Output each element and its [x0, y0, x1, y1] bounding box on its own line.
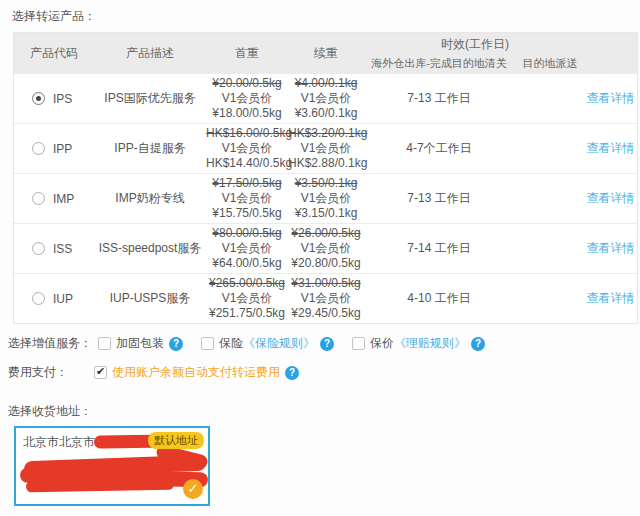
- help-icon[interactable]: ?: [169, 337, 183, 351]
- view-details-link[interactable]: 查看详情: [586, 290, 635, 307]
- delivery-time: 7-13 工作日: [364, 190, 514, 207]
- cont-weight-original-price: HK$3.20/0.1kg: [288, 126, 364, 141]
- select-product-label: 选择转运产品：: [12, 8, 640, 25]
- value-added-services-row: 选择增值服务： 加固包装 ? 保险 《保险规则》 ? 保价 《理赔规则》 ?: [8, 335, 640, 352]
- delivery-time: 7-13 工作日: [364, 90, 514, 107]
- select-services-label: 选择增值服务：: [8, 335, 92, 352]
- delivery-time: 4-7个工作日: [364, 140, 514, 157]
- auto-pay-text: 使用账户余额自动支付转运费用: [112, 364, 280, 381]
- view-details-link[interactable]: 查看详情: [586, 90, 635, 107]
- product-radio[interactable]: [32, 292, 45, 305]
- product-code: IPP: [53, 142, 72, 156]
- payment-row: 费用支付： 使用账户余额自动支付转运费用 ?: [8, 364, 640, 381]
- product-code: IMP: [53, 192, 74, 206]
- default-address-badge: 默认地址: [148, 432, 204, 449]
- help-icon[interactable]: ?: [471, 337, 485, 351]
- view-details-link[interactable]: 查看详情: [586, 140, 635, 157]
- cont-weight-member-price: ¥3.60/0.1kg: [288, 106, 364, 121]
- header-destination-delivery: 目的地派送: [514, 56, 586, 71]
- member-price-label: V1会员价: [288, 291, 364, 306]
- cont-weight-member-price: ¥3.15/0.1kg: [288, 206, 364, 221]
- header-product-description: 产品描述: [94, 45, 206, 62]
- first-weight-original-price: HK$16.00/0.5kg: [206, 126, 288, 141]
- first-weight-member-price: ¥15.75/0.5kg: [206, 206, 288, 221]
- member-price-label: V1会员价: [288, 91, 364, 106]
- product-row: ISS ISS-speedpost服务 ¥80.00/0.5kg V1会员价 ¥…: [14, 223, 637, 273]
- cont-weight-original-price: ¥26.00/0.5kg: [288, 226, 364, 241]
- product-code: IUP: [53, 292, 73, 306]
- view-details-link[interactable]: 查看详情: [586, 190, 635, 207]
- member-price-label: V1会员价: [206, 91, 288, 106]
- product-description: ISS-speedpost服务: [94, 240, 206, 257]
- product-description: IUP-USPS服务: [94, 290, 206, 307]
- cont-weight-member-price: ¥20.80/0.5kg: [288, 256, 364, 271]
- product-radio[interactable]: [32, 142, 45, 155]
- first-weight-member-price: ¥64.00/0.5kg: [206, 256, 288, 271]
- service-item: 保险 《保险规则》 ?: [201, 335, 334, 352]
- help-icon[interactable]: ?: [320, 337, 334, 351]
- product-radio[interactable]: [32, 92, 45, 105]
- header-time-label: 时效(工作日): [364, 36, 635, 53]
- services-list: 加固包装 ? 保险 《保险规则》 ? 保价 《理赔规则》 ?: [98, 335, 503, 352]
- member-price-label: V1会员价: [206, 241, 288, 256]
- product-code: IPS: [53, 92, 72, 106]
- cont-weight-member-price: HK$2.88/0.1kg: [288, 156, 364, 171]
- member-price-label: V1会员价: [288, 141, 364, 156]
- first-weight-original-price: ¥17.50/0.5kg: [206, 176, 288, 191]
- product-row: IPS IPS国际优先服务 ¥20.00/0.5kg V1会员价 ¥18.00/…: [14, 73, 637, 123]
- service-label: 保价: [370, 335, 394, 352]
- member-price-label: V1会员价: [206, 141, 288, 156]
- auto-pay-checkbox[interactable]: [94, 366, 107, 379]
- table-body: IPS IPS国际优先服务 ¥20.00/0.5kg V1会员价 ¥18.00/…: [14, 73, 637, 323]
- product-table: 产品代码 产品描述 首重 续重 时效(工作日) 海外仓出库-完成目的地清关 目的…: [13, 32, 638, 324]
- first-weight-original-price: ¥20.00/0.5kg: [206, 76, 288, 91]
- view-details-link[interactable]: 查看详情: [586, 240, 635, 257]
- select-address-label: 选择收货地址：: [8, 403, 640, 420]
- header-time-group: 时效(工作日) 海外仓出库-完成目的地清关 目的地派送: [364, 33, 635, 73]
- service-label: 加固包装: [116, 335, 164, 352]
- service-checkbox[interactable]: [98, 337, 111, 350]
- product-radio[interactable]: [32, 242, 45, 255]
- header-cont-weight: 续重: [288, 45, 364, 62]
- delivery-time: 4-10 工作日: [364, 290, 514, 307]
- member-price-label: V1会员价: [206, 191, 288, 206]
- member-price-label: V1会员价: [288, 191, 364, 206]
- cont-weight-original-price: ¥4.00/0.1kg: [288, 76, 364, 91]
- product-description: IPS国际优先服务: [94, 90, 206, 107]
- product-radio[interactable]: [32, 192, 45, 205]
- product-description: IMP奶粉专线: [94, 190, 206, 207]
- header-first-weight: 首重: [206, 45, 288, 62]
- delivery-time: 7-14 工作日: [364, 240, 514, 257]
- member-price-label: V1会员价: [206, 291, 288, 306]
- payment-label: 费用支付：: [8, 364, 68, 381]
- first-weight-member-price: ¥251.75/0.5kg: [206, 306, 288, 321]
- header-product-code: 产品代码: [14, 45, 94, 62]
- product-row: IPP IPP-自提服务 HK$16.00/0.5kg V1会员价 HK$14.…: [14, 123, 637, 173]
- censor-scribble: [26, 479, 174, 493]
- service-checkbox[interactable]: [201, 337, 214, 350]
- member-price-label: V1会员价: [288, 241, 364, 256]
- address-card[interactable]: 北京市北京市 默认地址 ✓: [14, 426, 210, 506]
- service-rule-link[interactable]: 《保险规则》: [243, 335, 315, 352]
- service-item: 保价 《理赔规则》 ?: [352, 335, 485, 352]
- service-item: 加固包装 ?: [98, 335, 183, 352]
- product-row: IMP IMP奶粉专线 ¥17.50/0.5kg V1会员价 ¥15.75/0.…: [14, 173, 637, 223]
- product-description: IPP-自提服务: [94, 140, 206, 157]
- cont-weight-original-price: ¥31.00/0.5kg: [288, 276, 364, 291]
- product-table-header: 产品代码 产品描述 首重 续重 时效(工作日) 海外仓出库-完成目的地清关 目的…: [14, 33, 637, 73]
- cont-weight-original-price: ¥3.50/0.1kg: [288, 176, 364, 191]
- forwarding-order-page: 选择转运产品： 产品代码 产品描述 首重 续重 时效(工作日) 海外仓出库-完成…: [0, 8, 640, 516]
- address-city-text: 北京市北京市: [23, 434, 95, 451]
- service-checkbox[interactable]: [352, 337, 365, 350]
- header-time-warehouse-clearance: 海外仓出库-完成目的地清关: [364, 56, 514, 71]
- first-weight-original-price: ¥80.00/0.5kg: [206, 226, 288, 241]
- first-weight-member-price: ¥18.00/0.5kg: [206, 106, 288, 121]
- service-label: 保险: [219, 335, 243, 352]
- cont-weight-member-price: ¥29.45/0.5kg: [288, 306, 364, 321]
- service-rule-link[interactable]: 《理赔规则》: [394, 335, 466, 352]
- first-weight-member-price: HK$14.40/0.5kg: [206, 156, 288, 171]
- help-icon[interactable]: ?: [285, 366, 299, 380]
- first-weight-original-price: ¥265.00/0.5kg: [206, 276, 288, 291]
- selected-check-icon: ✓: [183, 479, 203, 499]
- product-code: ISS: [53, 242, 72, 256]
